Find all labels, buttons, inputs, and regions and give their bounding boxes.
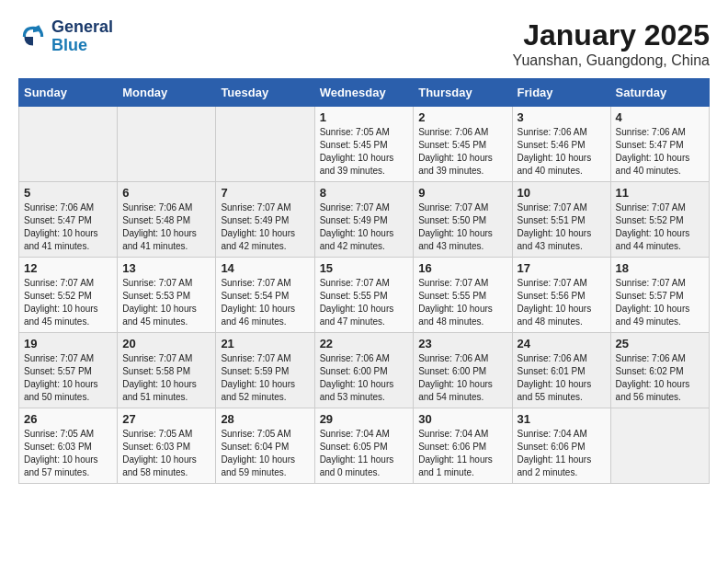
day-info: Sunrise: 7:05 AM Sunset: 5:45 PM Dayligh… — [320, 126, 409, 178]
daylight-text: Daylight: 10 hours and 55 minutes. — [518, 379, 592, 402]
day-info: Sunrise: 7:06 AM Sunset: 6:01 PM Dayligh… — [518, 352, 606, 404]
sunset-text: Sunset: 5:52 PM — [24, 291, 92, 301]
table-row: 22 Sunrise: 7:06 AM Sunset: 6:00 PM Dayl… — [314, 333, 414, 408]
day-info: Sunrise: 7:06 AM Sunset: 5:47 PM Dayligh… — [616, 126, 704, 178]
header-friday: Friday — [512, 79, 610, 107]
sunrise-text: Sunrise: 7:07 AM — [616, 202, 686, 213]
day-number: 19 — [24, 337, 112, 350]
week-row-5: 26 Sunrise: 7:05 AM Sunset: 6:03 PM Dayl… — [19, 408, 710, 484]
day-info: Sunrise: 7:06 AM Sunset: 5:45 PM Dayligh… — [418, 126, 506, 178]
table-row: 13 Sunrise: 7:07 AM Sunset: 5:53 PM Dayl… — [118, 258, 216, 333]
day-info: Sunrise: 7:07 AM Sunset: 5:57 PM Dayligh… — [24, 352, 112, 404]
day-info: Sunrise: 7:07 AM Sunset: 5:53 PM Dayligh… — [122, 277, 210, 328]
page-header: General Blue January 2025 Yuanshan, Guan… — [18, 18, 710, 69]
sunset-text: Sunset: 6:05 PM — [320, 442, 388, 452]
sunset-text: Sunset: 5:57 PM — [24, 366, 92, 376]
sunset-text: Sunset: 5:59 PM — [221, 366, 289, 376]
day-number: 22 — [320, 337, 409, 350]
sunrise-text: Sunrise: 7:06 AM — [122, 202, 192, 213]
day-info: Sunrise: 7:07 AM Sunset: 5:49 PM Dayligh… — [320, 201, 409, 253]
sunrise-text: Sunrise: 7:04 AM — [320, 429, 390, 439]
table-row: 15 Sunrise: 7:07 AM Sunset: 5:55 PM Dayl… — [314, 258, 414, 333]
sunset-text: Sunset: 5:51 PM — [518, 215, 586, 225]
table-row: 10 Sunrise: 7:07 AM Sunset: 5:51 PM Dayl… — [512, 182, 610, 258]
title-section: January 2025 Yuanshan, Guangdong, China — [513, 18, 710, 69]
sunrise-text: Sunrise: 7:07 AM — [24, 353, 94, 363]
day-info: Sunrise: 7:07 AM Sunset: 5:55 PM Dayligh… — [320, 277, 409, 328]
daylight-text: Daylight: 10 hours and 39 minutes. — [320, 153, 394, 176]
table-row: 30 Sunrise: 7:04 AM Sunset: 6:06 PM Dayl… — [414, 408, 512, 484]
table-row — [216, 107, 314, 182]
table-row: 8 Sunrise: 7:07 AM Sunset: 5:49 PM Dayli… — [314, 182, 414, 258]
day-info: Sunrise: 7:06 AM Sunset: 6:00 PM Dayligh… — [418, 352, 506, 404]
day-info: Sunrise: 7:06 AM Sunset: 5:46 PM Dayligh… — [518, 126, 606, 178]
table-row: 5 Sunrise: 7:06 AM Sunset: 5:47 PM Dayli… — [19, 182, 118, 258]
sunrise-text: Sunrise: 7:06 AM — [24, 202, 94, 213]
sunrise-text: Sunrise: 7:04 AM — [518, 429, 587, 439]
table-row: 6 Sunrise: 7:06 AM Sunset: 5:48 PM Dayli… — [118, 182, 216, 258]
day-info: Sunrise: 7:04 AM Sunset: 6:06 PM Dayligh… — [518, 428, 606, 479]
day-number: 26 — [24, 412, 112, 426]
day-number: 11 — [616, 186, 704, 200]
day-info: Sunrise: 7:07 AM Sunset: 5:55 PM Dayligh… — [418, 277, 506, 328]
day-number: 31 — [518, 412, 606, 426]
day-info: Sunrise: 7:05 AM Sunset: 6:04 PM Dayligh… — [221, 428, 309, 479]
daylight-text: Daylight: 10 hours and 45 minutes. — [24, 304, 98, 327]
table-row: 12 Sunrise: 7:07 AM Sunset: 5:52 PM Dayl… — [19, 258, 118, 333]
sunset-text: Sunset: 6:03 PM — [24, 442, 92, 452]
daylight-text: Daylight: 10 hours and 40 minutes. — [616, 153, 690, 176]
daylight-text: Daylight: 10 hours and 53 minutes. — [320, 379, 394, 402]
table-row — [118, 107, 216, 182]
sunrise-text: Sunrise: 7:05 AM — [320, 127, 390, 137]
sunset-text: Sunset: 6:03 PM — [122, 442, 190, 452]
day-number: 20 — [122, 337, 210, 350]
daylight-text: Daylight: 10 hours and 43 minutes. — [418, 228, 493, 251]
sunrise-text: Sunrise: 7:07 AM — [320, 202, 390, 213]
sunrise-text: Sunrise: 7:07 AM — [418, 278, 488, 288]
table-row: 2 Sunrise: 7:06 AM Sunset: 5:45 PM Dayli… — [414, 107, 512, 182]
daylight-text: Daylight: 10 hours and 56 minutes. — [616, 379, 690, 402]
daylight-text: Daylight: 10 hours and 57 minutes. — [24, 454, 98, 477]
day-number: 24 — [518, 337, 606, 350]
day-number: 1 — [320, 110, 409, 124]
table-row: 3 Sunrise: 7:06 AM Sunset: 5:46 PM Dayli… — [512, 107, 610, 182]
sunrise-text: Sunrise: 7:06 AM — [418, 127, 488, 137]
calendar-title: January 2025 — [513, 18, 710, 52]
calendar-subtitle: Yuanshan, Guangdong, China — [513, 52, 710, 69]
sunrise-text: Sunrise: 7:07 AM — [518, 278, 587, 288]
week-row-4: 19 Sunrise: 7:07 AM Sunset: 5:57 PM Dayl… — [19, 333, 710, 408]
table-row: 24 Sunrise: 7:06 AM Sunset: 6:01 PM Dayl… — [512, 333, 610, 408]
day-info: Sunrise: 7:07 AM Sunset: 5:57 PM Dayligh… — [616, 277, 704, 328]
sunset-text: Sunset: 5:50 PM — [418, 215, 486, 225]
day-number: 18 — [616, 261, 704, 275]
day-number: 25 — [616, 337, 704, 350]
day-number: 12 — [24, 261, 112, 275]
daylight-text: Daylight: 10 hours and 49 minutes. — [616, 304, 690, 327]
daylight-text: Daylight: 10 hours and 51 minutes. — [122, 379, 197, 402]
day-info: Sunrise: 7:07 AM Sunset: 5:56 PM Dayligh… — [518, 277, 606, 328]
header-tuesday: Tuesday — [216, 79, 314, 107]
sunrise-text: Sunrise: 7:07 AM — [24, 278, 94, 288]
sunset-text: Sunset: 6:00 PM — [320, 366, 388, 376]
day-info: Sunrise: 7:05 AM Sunset: 6:03 PM Dayligh… — [24, 428, 112, 479]
daylight-text: Daylight: 10 hours and 52 minutes. — [221, 379, 295, 402]
day-info: Sunrise: 7:06 AM Sunset: 5:47 PM Dayligh… — [24, 201, 112, 253]
table-row: 25 Sunrise: 7:06 AM Sunset: 6:02 PM Dayl… — [610, 333, 709, 408]
day-info: Sunrise: 7:04 AM Sunset: 6:05 PM Dayligh… — [320, 428, 409, 479]
sunrise-text: Sunrise: 7:05 AM — [221, 429, 290, 439]
sunset-text: Sunset: 5:55 PM — [320, 291, 388, 301]
day-number: 21 — [221, 337, 309, 350]
sunset-text: Sunset: 5:54 PM — [221, 291, 289, 301]
sunrise-text: Sunrise: 7:07 AM — [221, 278, 290, 288]
table-row: 9 Sunrise: 7:07 AM Sunset: 5:50 PM Dayli… — [414, 182, 512, 258]
sunset-text: Sunset: 5:45 PM — [418, 140, 486, 150]
sunrise-text: Sunrise: 7:07 AM — [518, 202, 587, 213]
sunrise-text: Sunrise: 7:06 AM — [616, 127, 686, 137]
sunrise-text: Sunrise: 7:06 AM — [518, 353, 587, 363]
sunrise-text: Sunrise: 7:06 AM — [518, 127, 587, 137]
week-row-1: 1 Sunrise: 7:05 AM Sunset: 5:45 PM Dayli… — [19, 107, 710, 182]
sunset-text: Sunset: 6:01 PM — [518, 366, 586, 376]
sunset-text: Sunset: 5:46 PM — [518, 140, 586, 150]
table-row: 18 Sunrise: 7:07 AM Sunset: 5:57 PM Dayl… — [610, 258, 709, 333]
day-info: Sunrise: 7:07 AM Sunset: 5:49 PM Dayligh… — [221, 201, 309, 253]
